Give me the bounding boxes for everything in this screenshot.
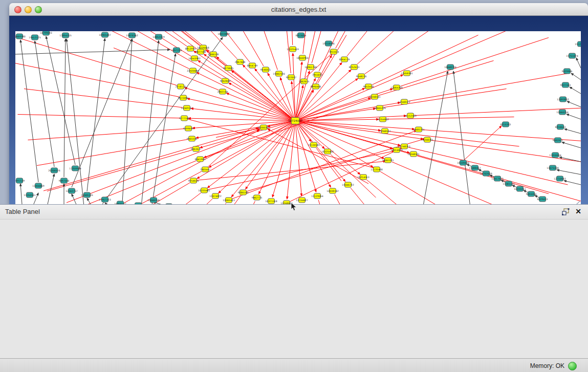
graph-node[interactable]: 8990448 <box>311 84 321 89</box>
network-graph[interactable]: 8912954182260581654396222420046982750881… <box>15 31 581 211</box>
graph-node[interactable]: 9692971 <box>553 138 563 143</box>
graph-node[interactable]: 15124739 <box>575 41 581 47</box>
graph-node[interactable]: 16033809 <box>217 31 229 36</box>
graph-node[interactable]: 2867608 <box>235 59 246 64</box>
graph-edge[interactable] <box>229 83 295 121</box>
graph-node[interactable]: 9465546 <box>187 136 198 141</box>
graph-edge[interactable] <box>15 35 177 85</box>
graph-node[interactable]: 15134545 <box>308 142 319 147</box>
graph-edge[interactable] <box>401 151 549 193</box>
graph-edge[interactable] <box>570 87 581 94</box>
graph-node[interactable]: 9462735 <box>252 195 263 200</box>
graph-edge[interactable] <box>67 39 84 211</box>
graph-node[interactable]: 7955812 <box>312 72 323 77</box>
graph-edge[interactable] <box>295 70 351 121</box>
window-titlebar[interactable]: citations_edges.txt <box>9 3 588 16</box>
graph-edge[interactable] <box>415 108 581 116</box>
graph-node[interactable]: 9148276 <box>356 74 367 79</box>
graph-node[interactable]: 10248531 <box>368 94 380 99</box>
network-canvas[interactable]: 8912954182260581654396222420046982750881… <box>15 31 581 211</box>
graph-node[interactable]: 8752413 <box>349 64 360 70</box>
graph-node[interactable]: 19412175 <box>29 35 40 40</box>
graph-edge[interactable] <box>122 39 132 211</box>
graph-edge[interactable] <box>557 170 581 174</box>
graph-node[interactable]: 9391539 <box>15 178 25 183</box>
graph-node[interactable]: 9777169 <box>179 116 190 121</box>
close-panel-icon[interactable]: ✕ <box>574 207 582 216</box>
graph-node[interactable]: 12710643 <box>554 176 565 181</box>
graph-node[interactable]: 16325418 <box>321 149 333 154</box>
graph-node[interactable]: 10371518 <box>265 199 277 204</box>
graph-edge[interactable] <box>184 118 376 168</box>
graph-node[interactable]: 9175685 <box>223 65 234 71</box>
graph-edge[interactable] <box>564 181 581 185</box>
graph-node[interactable]: 2718176 <box>176 84 186 89</box>
graph-node[interactable]: 9754624 <box>188 178 199 183</box>
graph-node[interactable]: 15248361 <box>421 137 433 142</box>
graph-edge[interactable] <box>97 37 223 211</box>
graph-node[interactable]: 11354862 <box>377 117 388 122</box>
graph-node[interactable]: 8264179 <box>339 57 350 62</box>
graph-edge[interactable] <box>285 31 291 73</box>
graph-edge[interactable] <box>559 157 581 162</box>
graph-edge[interactable] <box>564 129 581 134</box>
graph-edge[interactable] <box>287 147 403 203</box>
graph-edge[interactable] <box>47 150 192 191</box>
graph-node[interactable]: 9227343 <box>560 82 571 87</box>
graph-node[interactable]: 8454749 <box>247 63 258 68</box>
graph-edge[interactable] <box>357 31 443 64</box>
graph-edge[interactable] <box>295 121 384 159</box>
graph-node[interactable]: 18640910 <box>296 55 308 60</box>
graph-node[interactable]: 7357224 <box>171 48 182 53</box>
graph-edge[interactable] <box>28 129 185 140</box>
graph-node[interactable]: 10235481 <box>198 188 210 193</box>
graph-edge[interactable] <box>197 73 295 121</box>
graph-node[interactable]: 12154627 <box>296 198 308 203</box>
graph-edge[interactable] <box>72 39 132 187</box>
graph-edge[interactable] <box>243 65 295 121</box>
graph-node[interactable]: 9322057 <box>286 75 297 80</box>
graph-node[interactable]: 2803144 <box>217 89 228 94</box>
graph-node[interactable]: 18799693 <box>40 31 52 35</box>
graph-edge[interactable] <box>562 142 581 148</box>
graph-node[interactable]: 11456869 <box>32 183 44 188</box>
graph-edge[interactable] <box>453 71 471 211</box>
graph-node[interactable]: 9329966 <box>562 69 573 74</box>
graph-node[interactable]: 9115460 <box>178 95 189 100</box>
graph-node[interactable]: 20669380 <box>15 34 26 39</box>
graph-edge[interactable] <box>567 101 581 107</box>
graph-node[interactable]: 19218596 <box>322 41 334 46</box>
graph-node[interactable]: 8215353 <box>500 122 511 127</box>
graph-node[interactable]: 13064258 <box>390 85 402 90</box>
graph-node[interactable]: 17957223 <box>99 197 111 202</box>
graph-edge[interactable] <box>20 40 38 182</box>
graph-edge[interactable] <box>254 31 277 70</box>
graph-node[interactable]: 14569117 <box>181 105 192 111</box>
graph-edge[interactable] <box>295 75 403 121</box>
graph-node[interactable]: 14038142 <box>326 188 338 193</box>
graph-edge[interactable] <box>37 139 188 165</box>
graph-edge[interactable] <box>24 89 183 108</box>
graph-node[interactable]: 9146821 <box>260 67 271 72</box>
graph-edge[interactable] <box>204 151 395 190</box>
graph-node[interactable]: 8216643 <box>555 124 566 129</box>
graph-node[interactable]: 8641983 <box>195 157 206 162</box>
graph-edge[interactable] <box>461 126 502 163</box>
graph-node[interactable]: 9242848 <box>220 78 231 83</box>
graph-node[interactable]: 9699695 <box>183 126 194 131</box>
graph-node[interactable]: 10845276 <box>374 105 385 111</box>
graph-node[interactable]: 11675338 <box>547 165 558 170</box>
graph-node[interactable]: 13129054 <box>311 193 323 199</box>
graph-node[interactable]: 12444154 <box>556 110 568 115</box>
graph-edge[interactable] <box>295 88 365 121</box>
graph-edge[interactable] <box>39 31 189 69</box>
graph-edge[interactable] <box>287 121 295 199</box>
graph-node[interactable]: 9286184 <box>238 190 249 195</box>
graph-edge[interactable] <box>64 39 66 177</box>
graph-node[interactable]: 16905487 <box>99 32 111 37</box>
graph-edge[interactable] <box>43 128 258 191</box>
graph-node[interactable]: 16648784 <box>444 64 456 70</box>
graph-node[interactable]: 17894215 <box>59 33 71 38</box>
graph-edge[interactable] <box>18 115 181 118</box>
graph-edge[interactable] <box>401 38 549 86</box>
